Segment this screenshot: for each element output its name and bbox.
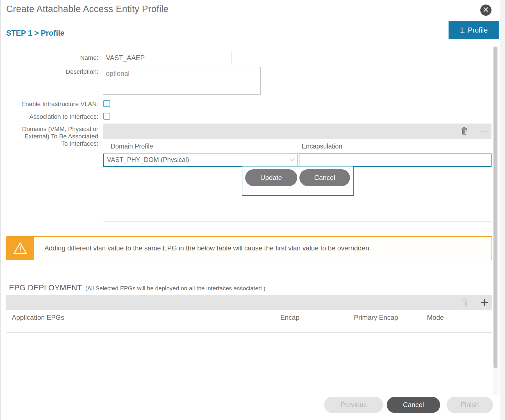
row-cancel-button[interactable]: Cancel — [299, 169, 350, 186]
create-aaep-dialog: Create Attachable Access Entity Profile … — [0, 0, 505, 420]
domains-table-divider — [103, 221, 492, 222]
cancel-button[interactable]: Cancel — [387, 397, 440, 413]
finish-button[interactable]: Finish — [447, 397, 493, 413]
close-button[interactable] — [480, 4, 492, 16]
epg-deployment-title: EPG DEPLOYMENT — [9, 283, 82, 292]
epg-deployment-heading: EPG DEPLOYMENT (All Selected EPGs will b… — [9, 283, 265, 292]
warning-banner: Adding different vlan value to the same … — [6, 236, 492, 260]
encapsulation-input[interactable] — [299, 154, 492, 166]
domain-profile-dropdown[interactable]: VAST_PHY_DOM (Physical) — [104, 154, 298, 166]
step-badge-profile[interactable]: 1. Profile — [449, 21, 499, 39]
name-label: Name: — [1, 54, 98, 61]
dialog-title: Create Attachable Access Entity Profile — [6, 4, 169, 14]
assoc-interfaces-checkbox[interactable] — [103, 113, 110, 120]
domains-label: Domains (VMM, Physical or External) To B… — [1, 125, 98, 147]
enable-infra-vlan-checkbox[interactable] — [103, 100, 110, 107]
epg-toolbar — [6, 295, 492, 310]
assoc-interfaces-label: Association to Interfaces: — [1, 113, 98, 120]
trash-icon[interactable] — [461, 298, 468, 307]
plus-icon[interactable] — [480, 298, 489, 307]
outer-page-strip — [501, 0, 505, 420]
epg-header-row: Application EPGs Encap Primary Encap Mod… — [6, 310, 492, 332]
warning-triangle-icon — [7, 237, 34, 260]
epg-table-divider — [6, 332, 492, 333]
domains-toolbar — [103, 124, 492, 139]
close-icon — [483, 7, 489, 13]
warning-text: Adding different vlan value to the same … — [34, 237, 371, 260]
plus-icon[interactable] — [480, 127, 488, 135]
step-breadcrumb: STEP 1 > Profile — [6, 29, 64, 38]
name-input[interactable] — [103, 52, 231, 64]
encapsulation-column-header: Encapsulation — [302, 143, 342, 150]
encap-column-header: Encap — [280, 314, 299, 321]
previous-button[interactable]: Previous — [324, 397, 383, 413]
enable-infra-vlan-label: Enable Infrastructure VLAN: — [1, 101, 98, 108]
chevron-down-icon[interactable] — [287, 154, 297, 166]
scrollbar-thumb[interactable] — [493, 47, 497, 368]
update-button[interactable]: Update — [245, 169, 297, 186]
trash-icon[interactable] — [461, 127, 468, 135]
description-label: Description: — [1, 68, 98, 76]
epg-deployment-subtitle: (All Selected EPGs will be deployed on a… — [85, 285, 265, 292]
mode-column-header: Mode — [427, 314, 444, 321]
application-epgs-column-header: Application EPGs — [12, 314, 64, 321]
domains-header-row: Domain Profile Encapsulation — [103, 139, 492, 154]
description-textarea[interactable] — [103, 67, 261, 95]
primary-encap-column-header: Primary Encap — [354, 314, 398, 321]
domain-profile-column-header: Domain Profile — [111, 143, 153, 150]
domain-profile-value: VAST_PHY_DOM (Physical) — [104, 156, 287, 164]
